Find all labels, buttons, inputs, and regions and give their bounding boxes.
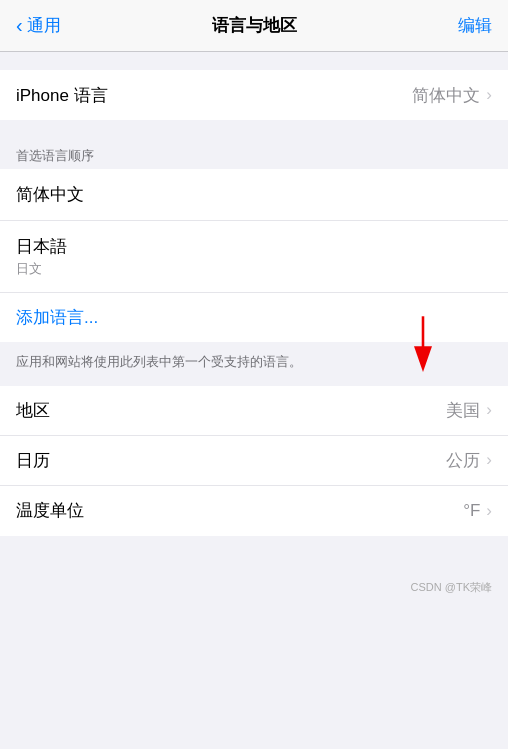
- page-title: 语言与地区: [212, 14, 297, 37]
- chevron-right-icon: ›: [486, 400, 492, 420]
- list-item[interactable]: 日本語 日文: [0, 221, 508, 293]
- watermark: CSDN @TK荣峰: [0, 572, 508, 603]
- back-button[interactable]: ‹ 通用: [16, 14, 61, 37]
- region-row[interactable]: 地区 美国 ›: [0, 386, 508, 436]
- chevron-right-icon: ›: [486, 450, 492, 470]
- language-list-group: 简体中文 日本語 日文 添加语言...: [0, 169, 508, 342]
- back-label: 通用: [27, 14, 61, 37]
- language-sub: 日文: [16, 260, 492, 278]
- temperature-label: 温度单位: [16, 499, 84, 522]
- section-gap-top: [0, 52, 508, 70]
- temperature-row[interactable]: 温度单位 °F ›: [0, 486, 508, 536]
- iphone-language-value: 简体中文: [412, 84, 480, 107]
- back-chevron-icon: ‹: [16, 15, 23, 35]
- calendar-label: 日历: [16, 449, 50, 472]
- section-gap-bottom: [0, 536, 508, 572]
- iphone-language-label: iPhone 语言: [16, 84, 108, 107]
- region-group: 地区 美国 › 日历 公历 › 温度单位 °F ›: [0, 386, 508, 536]
- list-item[interactable]: 简体中文: [0, 169, 508, 221]
- temperature-value: °F: [463, 501, 480, 521]
- region-value: 美国: [446, 399, 480, 422]
- language-name: 简体中文: [16, 183, 492, 206]
- navigation-bar: ‹ 通用 语言与地区 编辑: [0, 0, 508, 52]
- calendar-row[interactable]: 日历 公历 ›: [0, 436, 508, 486]
- region-label: 地区: [16, 399, 50, 422]
- calendar-value: 公历: [446, 449, 480, 472]
- preferred-language-header: 首选语言顺序: [0, 138, 508, 169]
- edit-button[interactable]: 编辑: [458, 14, 492, 37]
- region-value-container: 美国 ›: [446, 399, 492, 422]
- language-name: 日本語: [16, 235, 492, 258]
- preferred-language-header-text: 首选语言顺序: [16, 148, 94, 163]
- chevron-right-icon: ›: [486, 85, 492, 105]
- section-gap-1: [0, 120, 508, 138]
- iphone-language-value-container: 简体中文 ›: [412, 84, 492, 107]
- iphone-language-row[interactable]: iPhone 语言 简体中文 ›: [0, 70, 508, 120]
- iphone-language-group: iPhone 语言 简体中文 ›: [0, 70, 508, 120]
- notice-section: 应用和网站将使用此列表中第一个受支持的语言。: [0, 342, 508, 386]
- add-language-row[interactable]: 添加语言...: [0, 293, 508, 342]
- calendar-value-container: 公历 ›: [446, 449, 492, 472]
- notice-text: 应用和网站将使用此列表中第一个受支持的语言。: [16, 354, 302, 369]
- watermark-text: CSDN @TK荣峰: [411, 581, 492, 593]
- add-language-label[interactable]: 添加语言...: [16, 306, 98, 329]
- chevron-right-icon: ›: [486, 501, 492, 521]
- temperature-value-container: °F ›: [463, 501, 492, 521]
